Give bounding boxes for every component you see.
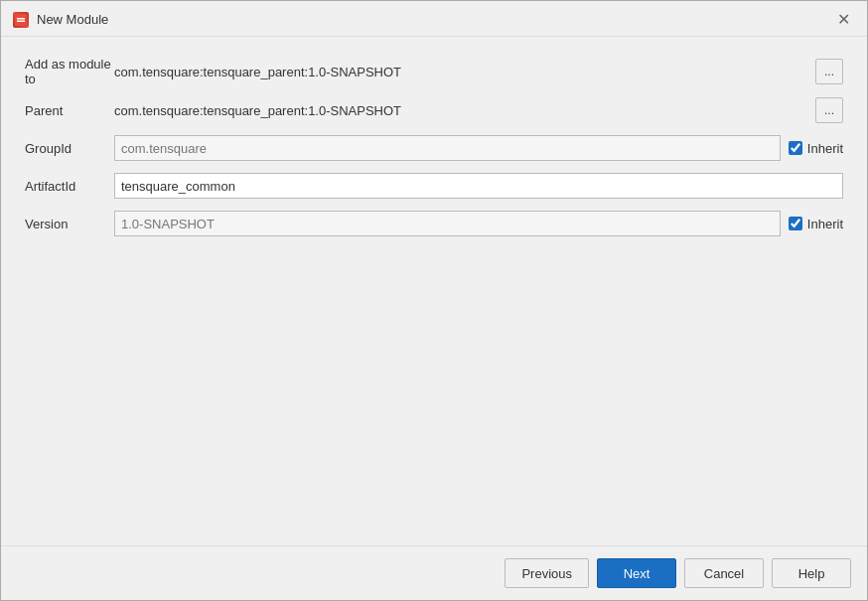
group-id-inherit-checkbox[interactable]	[789, 141, 802, 155]
add-as-module-value: com.tensquare:tensquare_parent:1.0-SNAPS…	[114, 65, 809, 79]
version-row: Version Inherit	[25, 210, 843, 237]
group-id-inherit-label[interactable]: Inherit	[789, 141, 843, 156]
group-id-row: GroupId Inherit	[25, 134, 843, 162]
close-button[interactable]: ✕	[831, 8, 855, 32]
version-inherit-label[interactable]: Inherit	[789, 217, 843, 231]
version-inherit-checkbox[interactable]	[789, 217, 802, 230]
svg-rect-1	[17, 18, 25, 20]
button-bar: Previous Next Cancel Help	[1, 545, 867, 600]
artifact-id-row: ArtifactId	[25, 172, 843, 200]
cancel-button[interactable]: Cancel	[684, 558, 764, 588]
version-input[interactable]	[114, 211, 781, 236]
artifact-id-label: ArtifactId	[25, 179, 114, 194]
add-as-module-label: Add as module to	[25, 57, 114, 86]
parent-row: Parent com.tensquare:tensquare_parent:1.…	[25, 96, 843, 124]
parent-label: Parent	[25, 103, 114, 118]
parent-browse-button[interactable]: ...	[815, 97, 843, 123]
svg-rect-0	[15, 14, 27, 26]
new-module-dialog: New Module ✕ Add as module to com.tensqu…	[0, 0, 868, 601]
add-as-module-row: Add as module to com.tensquare:tensquare…	[25, 57, 843, 86]
help-button[interactable]: Help	[772, 558, 851, 588]
add-as-module-browse-button[interactable]: ...	[815, 59, 843, 84]
dialog-content: Add as module to com.tensquare:tensquare…	[1, 37, 867, 545]
dialog-title: New Module	[37, 12, 108, 27]
svg-rect-2	[17, 20, 25, 22]
version-label: Version	[25, 217, 114, 231]
artifact-id-input[interactable]	[114, 173, 843, 199]
title-bar: New Module ✕	[1, 1, 867, 37]
app-icon	[13, 12, 29, 28]
parent-value: com.tensquare:tensquare_parent:1.0-SNAPS…	[114, 103, 809, 118]
next-button[interactable]: Next	[597, 558, 676, 588]
group-id-label: GroupId	[25, 141, 114, 156]
previous-button[interactable]: Previous	[505, 558, 589, 588]
title-bar-left: New Module	[13, 12, 108, 28]
group-id-input[interactable]	[114, 135, 781, 161]
